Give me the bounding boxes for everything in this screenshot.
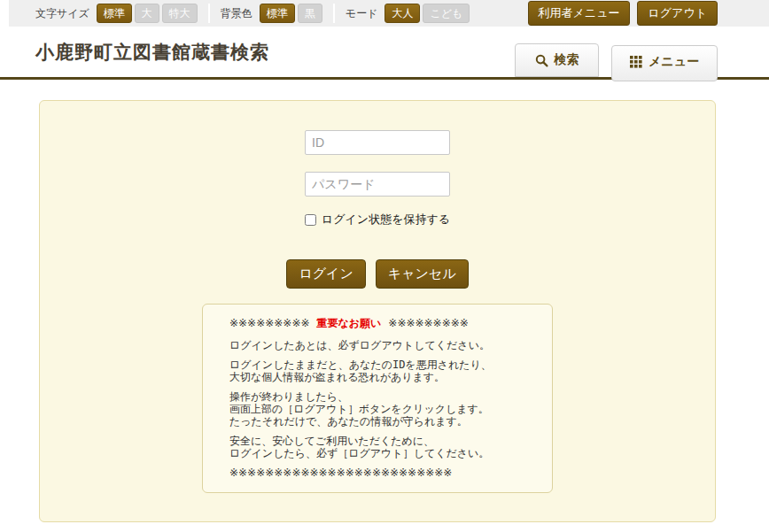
logout-button[interactable]: ログアウト — [637, 1, 718, 26]
tab-search[interactable]: 検索 — [515, 43, 599, 77]
mode-kids-button[interactable]: こども — [423, 4, 470, 23]
page: 文字サイズ 標準 大 特大 背景色 標準 黒 モード 大人 こども 利用者メニュ… — [0, 0, 769, 522]
login-panel: ログイン状態を保持する ログイン キャンセル ※※※※※※※※※重要なお願い※※… — [39, 100, 716, 522]
login-button[interactable]: ログイン — [286, 259, 365, 289]
utility-bar: 文字サイズ 標準 大 特大 背景色 標準 黒 モード 大人 こども 利用者メニュ… — [9, 0, 769, 27]
password-input[interactable] — [305, 172, 450, 197]
font-size-xlarge-button[interactable]: 特大 — [162, 4, 198, 23]
user-menu-button[interactable]: 利用者メニュー — [528, 1, 631, 26]
header-tabs: 検索 メニュー — [515, 43, 718, 77]
form-actions: ログイン キャンセル — [286, 259, 468, 289]
grid-3x3-icon — [630, 56, 642, 68]
notice-line: ログインしたあとは、必ずログアウトしてください。 — [229, 339, 490, 351]
header: 小鹿野町立図書館蔵書検索 検索 — [0, 27, 769, 77]
mode-group: モード 大人 こども — [346, 4, 470, 23]
id-input[interactable] — [305, 130, 450, 155]
font-size-group: 文字サイズ 標準 大 特大 — [35, 4, 198, 23]
utility-bar-left: 文字サイズ 標準 大 特大 背景色 標準 黒 モード 大人 こども — [35, 4, 470, 23]
bg-color-label: 背景色 — [221, 6, 252, 21]
utility-bar-right: 利用者メニュー ログアウト — [528, 1, 718, 26]
notice-line: ログインしたままだと、あなたのIDを悪用されたり、 — [229, 359, 492, 371]
search-icon — [535, 54, 548, 67]
separator — [333, 4, 335, 23]
notice-footer-stars: ※※※※※※※※※※※※※※※※※※※※※※※※※ — [229, 466, 536, 479]
notice-line: 操作が終わりましたら、 — [229, 390, 348, 403]
notice-paragraph: 安全に、安心してご利用いただくために、 ログインしたら、必ず［ログアウト］してく… — [229, 435, 536, 459]
remember-checkbox[interactable] — [305, 214, 316, 226]
mode-adult-button[interactable]: 大人 — [384, 4, 420, 23]
notice-line: 画面上部の［ログアウト］ボタンをクリックします。 — [229, 403, 489, 415]
bg-color-standard-button[interactable]: 標準 — [260, 4, 295, 23]
page-title: 小鹿野町立図書館蔵書検索 — [35, 40, 269, 65]
remember-label: ログイン状態を保持する — [322, 212, 450, 227]
tab-menu[interactable]: メニュー — [611, 45, 718, 81]
mode-label: モード — [346, 6, 378, 21]
notice-line: ログインしたら、必ず［ログアウト］してください。 — [229, 447, 489, 459]
notice-line: たったそれだけで、あなたの情報が守られます。 — [229, 415, 468, 428]
notice-stars-right: ※※※※※※※※※ — [388, 317, 469, 329]
main-content: ログイン状態を保持する ログイン キャンセル ※※※※※※※※※重要なお願い※※… — [0, 80, 769, 522]
notice-paragraph: ログインしたままだと、あなたのIDを悪用されたり、 大切な個人情報が盗まれる恐れ… — [229, 359, 536, 383]
remember-login-option[interactable]: ログイン状態を保持する — [305, 212, 450, 227]
notice-line: 安全に、安心してご利用いただくために、 — [229, 435, 434, 447]
cancel-button[interactable]: キャンセル — [376, 259, 469, 289]
separator — [208, 4, 210, 23]
font-size-standard-button[interactable]: 標準 — [97, 4, 132, 23]
bg-color-black-button[interactable]: 黒 — [298, 4, 322, 23]
notice-title: 重要なお願い — [317, 317, 382, 329]
tab-search-label: 検索 — [555, 52, 579, 68]
notice-stars-left: ※※※※※※※※※ — [229, 317, 310, 329]
notice-line: 大切な個人情報が盗まれる恐れがあります。 — [229, 371, 445, 383]
font-size-label: 文字サイズ — [35, 6, 89, 21]
notice-paragraph: 操作が終わりましたら、 画面上部の［ログアウト］ボタンをクリックします。 たった… — [229, 390, 536, 428]
notice-heading: ※※※※※※※※※重要なお願い※※※※※※※※※ — [229, 317, 536, 329]
important-notice-box: ※※※※※※※※※重要なお願い※※※※※※※※※ ログインしたあとは、必ずログア… — [202, 304, 553, 493]
tab-menu-label: メニュー — [649, 54, 699, 70]
notice-paragraph: ログインしたあとは、必ずログアウトしてください。 — [229, 339, 536, 351]
font-size-large-button[interactable]: 大 — [135, 4, 159, 23]
bg-color-group: 背景色 標準 黒 — [221, 4, 322, 23]
